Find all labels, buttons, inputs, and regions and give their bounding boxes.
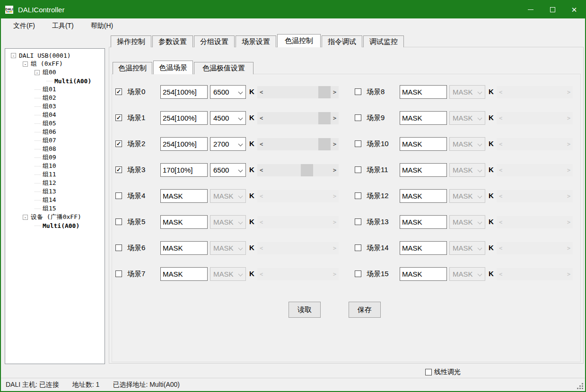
tree-node[interactable]: 组14 (5, 196, 105, 204)
tree-node[interactable]: 组15 (5, 204, 105, 213)
scrollbar-thumb[interactable] (318, 86, 331, 98)
scrollbar-track[interactable] (505, 86, 565, 98)
scene-checkbox[interactable] (355, 218, 361, 225)
scroll-right-arrow[interactable]: > (331, 89, 339, 96)
sub-tabs-tab-2[interactable]: 色温极值设置 (194, 62, 254, 74)
main-tabs-tab-3[interactable]: 场景设置 (236, 35, 276, 47)
scroll-left-arrow[interactable]: < (497, 167, 505, 174)
scrollbar-track[interactable] (505, 112, 565, 124)
scrollbar-track[interactable] (265, 86, 331, 98)
tree-node[interactable]: 组04 (5, 111, 105, 119)
temp-scrollbar[interactable]: < > (497, 242, 573, 254)
scene-level-input[interactable] (160, 111, 208, 125)
temp-scrollbar[interactable]: < > (257, 242, 339, 254)
temp-scrollbar[interactable]: < > (497, 268, 573, 280)
scene-checkbox[interactable] (115, 244, 122, 251)
scene-level-input[interactable] (160, 163, 208, 177)
tree-node[interactable]: Multi(A00) (5, 77, 105, 85)
tree-node[interactable]: 组05 (5, 119, 105, 128)
tree-node[interactable]: -设备 (广播0xFF) (5, 213, 105, 221)
scroll-right-arrow[interactable]: > (565, 219, 573, 226)
scroll-left-arrow[interactable]: < (497, 89, 505, 96)
scroll-left-arrow[interactable]: < (497, 219, 505, 226)
scene-temp-select[interactable]: MASK (449, 267, 485, 281)
main-tabs-tab-2[interactable]: 分组设置 (194, 35, 235, 47)
temp-scrollbar[interactable]: < > (497, 138, 573, 150)
tree-node[interactable]: 组02 (5, 94, 105, 102)
scene-temp-select[interactable]: MASK (449, 85, 485, 99)
scene-checkbox[interactable] (355, 270, 361, 277)
scene-temp-select[interactable]: MASK (449, 137, 485, 151)
scroll-left-arrow[interactable]: < (497, 193, 505, 200)
scrollbar-track[interactable] (505, 216, 565, 228)
scene-checkbox[interactable] (115, 270, 122, 277)
scene-checkbox[interactable] (115, 192, 122, 199)
temp-scrollbar[interactable]: < > (257, 164, 339, 176)
scrollbar-track[interactable] (265, 112, 331, 124)
temp-scrollbar[interactable]: < > (497, 86, 573, 98)
scroll-left-arrow[interactable]: < (497, 141, 505, 148)
maximize-button[interactable] (542, 1, 563, 18)
scene-temp-select[interactable]: MASK (449, 215, 485, 229)
scene-level-input[interactable] (160, 137, 208, 151)
temp-scrollbar[interactable]: < > (497, 190, 573, 202)
main-tabs-tab-5[interactable]: 指令调试 (322, 35, 362, 47)
scene-level-input[interactable] (400, 215, 447, 229)
scroll-right-arrow[interactable]: > (565, 193, 573, 200)
scene-temp-select[interactable]: MASK (210, 215, 246, 229)
tree-node[interactable]: 组12 (5, 179, 105, 187)
linear-dimming-checkbox[interactable] (425, 369, 432, 375)
scroll-right-arrow[interactable]: > (565, 115, 573, 122)
scroll-right-arrow[interactable]: > (331, 219, 339, 226)
scrollbar-track[interactable] (505, 190, 565, 202)
tree-node[interactable]: -DALI USB(0001) (5, 51, 105, 60)
main-tabs-tab-1[interactable]: 参数设置 (152, 35, 193, 47)
scroll-left-arrow[interactable]: < (497, 271, 505, 278)
tree-node[interactable]: 组13 (5, 187, 105, 196)
scene-temp-select[interactable]: 6500 (210, 85, 246, 99)
scene-level-input[interactable] (400, 137, 447, 151)
scrollbar-thumb[interactable] (318, 112, 331, 124)
sub-tabs-tab-0[interactable]: 色温控制 (113, 62, 152, 74)
scene-level-input[interactable] (400, 163, 447, 177)
tree-expander-icon[interactable]: - (23, 61, 28, 67)
scroll-left-arrow[interactable]: < (257, 245, 265, 252)
temp-scrollbar[interactable]: < > (257, 216, 339, 228)
menu-item[interactable]: 工具(T) (47, 20, 79, 32)
scene-checkbox[interactable]: ✓ (115, 140, 122, 147)
scrollbar-track[interactable] (265, 164, 331, 176)
temp-scrollbar[interactable]: < > (257, 268, 339, 280)
scene-level-input[interactable] (160, 267, 208, 281)
scene-temp-select[interactable]: MASK (210, 267, 246, 281)
minimize-button[interactable] (520, 1, 542, 18)
tree-expander-icon[interactable]: - (35, 70, 40, 75)
temp-scrollbar[interactable]: < > (257, 190, 339, 202)
save-button[interactable]: 保存 (349, 302, 381, 318)
scene-checkbox[interactable] (355, 166, 361, 173)
scene-temp-select[interactable]: MASK (449, 241, 485, 255)
scrollbar-track[interactable] (265, 242, 331, 254)
resize-grip[interactable] (577, 383, 583, 389)
scene-checkbox[interactable]: ✓ (115, 114, 122, 121)
scene-level-input[interactable] (400, 189, 447, 203)
scene-temp-select[interactable]: MASK (210, 241, 246, 255)
scrollbar-thumb[interactable] (301, 164, 313, 176)
scene-temp-select[interactable]: MASK (210, 189, 246, 203)
tree-node[interactable]: Multi(A00) (5, 221, 105, 230)
scene-level-input[interactable] (400, 267, 447, 281)
tree-expander-icon[interactable]: - (23, 215, 28, 220)
tree-node[interactable]: 组03 (5, 102, 105, 111)
scene-level-input[interactable] (400, 111, 447, 125)
scrollbar-track[interactable] (505, 164, 565, 176)
scene-checkbox[interactable] (355, 114, 361, 121)
tree-node[interactable]: 组01 (5, 85, 105, 94)
scrollbar-track[interactable] (265, 268, 331, 280)
main-tabs-tab-4[interactable]: 色温控制 (277, 34, 321, 47)
scroll-left-arrow[interactable]: < (257, 271, 265, 278)
scrollbar-track[interactable] (265, 138, 331, 150)
temp-scrollbar[interactable]: < > (257, 138, 339, 150)
scroll-right-arrow[interactable]: > (565, 141, 573, 148)
scroll-left-arrow[interactable]: < (257, 115, 265, 122)
scroll-right-arrow[interactable]: > (331, 193, 339, 200)
scene-temp-select[interactable]: MASK (449, 111, 485, 125)
